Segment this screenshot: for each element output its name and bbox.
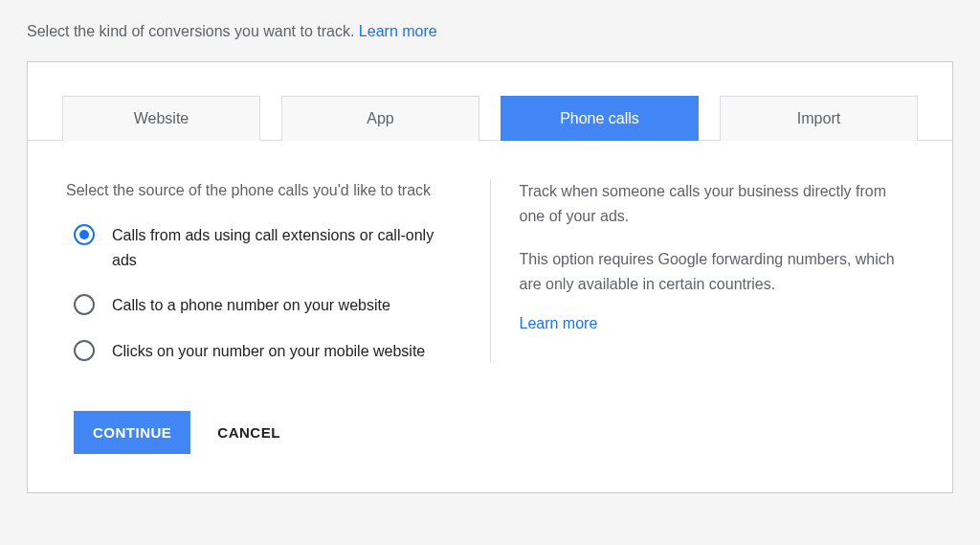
radio-group: Calls from ads using call extensions or … (66, 223, 461, 363)
tab-label: Phone calls (560, 110, 639, 126)
page-instruction: Select the kind of conversions you want … (27, 23, 953, 40)
radio-icon (74, 224, 95, 245)
description-panel: Track when someone calls your business d… (490, 179, 915, 363)
tab-import[interactable]: Import (720, 96, 918, 141)
tab-label: Website (134, 110, 189, 126)
tab-phone-calls[interactable]: Phone calls (501, 96, 699, 141)
tab-label: App (367, 110, 393, 126)
learn-more-link[interactable]: Learn more (520, 315, 598, 331)
radio-icon (74, 294, 95, 315)
radio-icon (74, 340, 95, 361)
radio-label: Calls to a phone number on your website (112, 293, 390, 318)
radio-label: Calls from ads using call extensions or … (112, 223, 461, 272)
radio-label: Clicks on your number on your mobile web… (112, 339, 425, 364)
button-row: CONTINUE CANCEL (28, 382, 952, 492)
continue-button[interactable]: CONTINUE (74, 411, 190, 454)
tab-label: Import (797, 110, 840, 126)
tab-content: Select the source of the phone calls you… (28, 141, 952, 382)
instruction-text: Select the kind of conversions you want … (27, 23, 354, 39)
section-heading: Select the source of the phone calls you… (66, 179, 461, 202)
radio-option-clicks-mobile[interactable]: Clicks on your number on your mobile web… (74, 339, 461, 364)
description-line1: Track when someone calls your business d… (520, 179, 915, 228)
tab-website[interactable]: Website (62, 96, 260, 141)
tabs-row: Website App Phone calls Import (28, 62, 952, 141)
description-line2: This option requires Google forwarding n… (520, 247, 915, 296)
conversion-card: Website App Phone calls Import Select th… (27, 61, 953, 493)
radio-option-calls-to-website[interactable]: Calls to a phone number on your website (74, 293, 461, 318)
source-selection: Select the source of the phone calls you… (66, 179, 490, 363)
tab-app[interactable]: App (281, 96, 479, 141)
learn-more-link-top[interactable]: Learn more (359, 23, 437, 39)
radio-option-calls-from-ads[interactable]: Calls from ads using call extensions or … (74, 223, 461, 272)
cancel-button[interactable]: CANCEL (217, 424, 280, 441)
